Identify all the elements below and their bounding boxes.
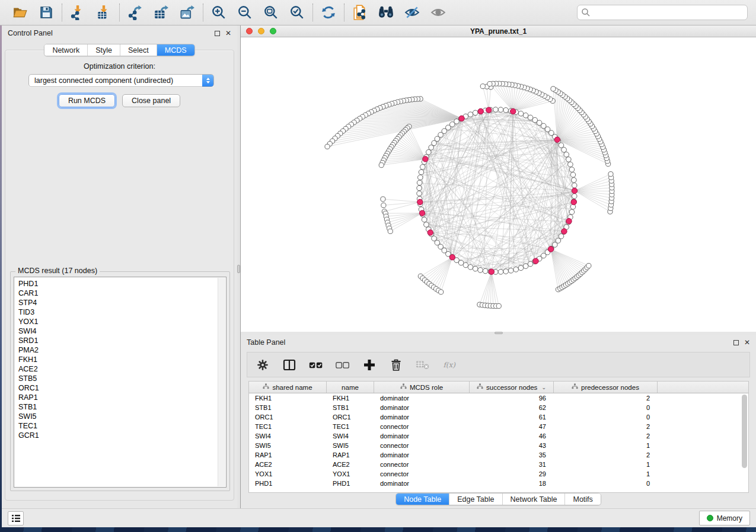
table-cell[interactable]: connector xyxy=(374,460,470,469)
network-leaf-node[interactable] xyxy=(480,84,485,89)
mcds-hub-node[interactable] xyxy=(533,258,538,264)
add-column-icon[interactable] xyxy=(362,358,377,372)
table-cell[interactable]: ACE2 xyxy=(327,460,374,469)
network-node[interactable] xyxy=(478,268,483,273)
zoom-fit-icon[interactable] xyxy=(263,4,279,21)
mcds-hub-node[interactable] xyxy=(572,188,577,193)
column-header-MCDS-role[interactable]: MCDS role xyxy=(374,382,470,393)
gear-icon[interactable] xyxy=(256,358,270,372)
table-cell[interactable]: SWI5 xyxy=(327,441,374,450)
table-scrollbar[interactable] xyxy=(742,395,747,468)
network-node[interactable] xyxy=(468,112,473,117)
network-node[interactable] xyxy=(424,222,429,227)
table-cell[interactable]: 62 xyxy=(470,403,554,412)
mcds-result-node[interactable]: STB5 xyxy=(18,374,226,383)
table-cell[interactable]: 96 xyxy=(470,393,554,403)
close-panel-button[interactable]: Close panel xyxy=(122,94,180,107)
mcds-result-node[interactable]: TID3 xyxy=(18,307,226,317)
mcds-hub-node[interactable] xyxy=(417,199,423,204)
mcds-result-node[interactable]: FKH1 xyxy=(18,355,226,364)
network-node[interactable] xyxy=(426,149,431,155)
mcds-result-node[interactable]: ORC1 xyxy=(18,383,226,393)
network-node[interactable] xyxy=(429,145,434,150)
network-node[interactable] xyxy=(570,172,576,178)
zoom-in-icon[interactable] xyxy=(210,4,227,21)
table-cell[interactable]: FKH1 xyxy=(327,393,374,403)
network-node[interactable] xyxy=(493,107,499,113)
mcds-result-node[interactable]: PMA2 xyxy=(18,345,226,355)
network-node[interactable] xyxy=(513,267,519,273)
mcds-result-node[interactable]: SWI5 xyxy=(18,412,226,421)
table-row[interactable]: YOX1YOX1connector291 xyxy=(249,469,748,479)
network-graph[interactable] xyxy=(241,37,756,332)
mcds-result-node[interactable]: RAP1 xyxy=(18,393,226,402)
table-cell[interactable]: ACE2 xyxy=(249,460,327,469)
save-icon[interactable] xyxy=(38,4,55,21)
mcds-hub-node[interactable] xyxy=(571,199,576,204)
network-leaf-node[interactable] xyxy=(381,203,386,207)
optimization-criterion-select[interactable]: largest connected component (undirected) xyxy=(28,74,214,87)
table-cell[interactable]: connector xyxy=(374,441,470,450)
mcds-result-node[interactable]: CAR1 xyxy=(18,289,226,298)
network-leaf-node[interactable] xyxy=(379,163,384,168)
open-file-icon[interactable] xyxy=(12,4,28,21)
network-node[interactable] xyxy=(417,191,422,196)
network-node[interactable] xyxy=(503,269,509,274)
table-cell[interactable]: 29 xyxy=(470,469,554,479)
table-cell[interactable]: 2 xyxy=(554,422,658,431)
network-node[interactable] xyxy=(473,266,478,271)
task-history-button[interactable] xyxy=(8,511,24,525)
mcds-hub-node[interactable] xyxy=(511,108,516,114)
network-node[interactable] xyxy=(420,165,425,170)
table-cell[interactable]: TEC1 xyxy=(249,422,327,431)
table-cell[interactable]: dominator xyxy=(374,450,470,460)
show-all-icon[interactable] xyxy=(430,4,446,21)
table-cell[interactable]: PHD1 xyxy=(249,479,327,488)
mcds-result-list[interactable]: PHD1CAR1STP4TID3YOX1SWI4SRD1PMA2FKH1ACE2… xyxy=(14,277,227,488)
table-row[interactable]: STB1STB1dominator620 xyxy=(249,403,748,412)
hide-unselected-icon[interactable] xyxy=(404,4,420,21)
network-node[interactable] xyxy=(508,268,513,273)
table-cell[interactable]: YOX1 xyxy=(249,469,327,479)
tab-mcds[interactable]: MCDS xyxy=(157,44,194,56)
mcds-result-node[interactable]: PHD1 xyxy=(18,279,226,289)
close-panel-icon[interactable]: ✕ xyxy=(225,30,231,36)
table-cell[interactable]: TEC1 xyxy=(327,422,374,431)
search-input[interactable] xyxy=(577,5,748,20)
network-leaf-node[interactable] xyxy=(325,144,330,149)
network-node[interactable] xyxy=(528,261,533,267)
network-node[interactable] xyxy=(569,210,575,215)
tab-select[interactable]: Select xyxy=(120,44,157,56)
table-cell[interactable]: dominator xyxy=(374,431,470,441)
table-row[interactable]: TEC1TEC1connector472 xyxy=(249,422,748,431)
network-node[interactable] xyxy=(528,115,533,120)
network-node[interactable] xyxy=(572,178,577,183)
column-header-name[interactable]: name xyxy=(327,382,374,393)
refresh-icon[interactable] xyxy=(320,4,337,21)
table-cell[interactable]: SWI4 xyxy=(249,431,327,441)
column-header-predecessor-nodes[interactable]: predecessor nodes xyxy=(554,382,658,393)
network-node[interactable] xyxy=(422,217,427,222)
table-cell[interactable]: PHD1 xyxy=(327,479,374,488)
network-leaf-node[interactable] xyxy=(586,263,591,268)
combo-stepper-icon[interactable] xyxy=(202,75,213,86)
mcds-hub-node[interactable] xyxy=(566,219,572,224)
mcds-hub-node[interactable] xyxy=(554,137,560,142)
network-node[interactable] xyxy=(468,265,473,270)
table-cell[interactable]: 2 xyxy=(554,393,658,403)
network-node[interactable] xyxy=(566,157,572,162)
column-layout-icon[interactable] xyxy=(282,358,296,372)
network-node[interactable] xyxy=(473,110,478,116)
mcds-hub-node[interactable] xyxy=(478,108,483,114)
network-node[interactable] xyxy=(483,268,488,274)
tab-style[interactable]: Style xyxy=(87,44,120,56)
memory-button[interactable]: Memory xyxy=(699,511,750,525)
table-row[interactable]: SWI5SWI5connector431 xyxy=(249,441,748,450)
splitter-grip[interactable] xyxy=(237,265,240,273)
mcds-hub-node[interactable] xyxy=(428,230,433,235)
network-node[interactable] xyxy=(463,262,468,268)
network-node[interactable] xyxy=(498,107,503,113)
float-panel-icon[interactable] xyxy=(215,31,220,36)
table-cell[interactable]: 61 xyxy=(470,412,554,422)
table-cell[interactable]: RAP1 xyxy=(327,450,374,460)
